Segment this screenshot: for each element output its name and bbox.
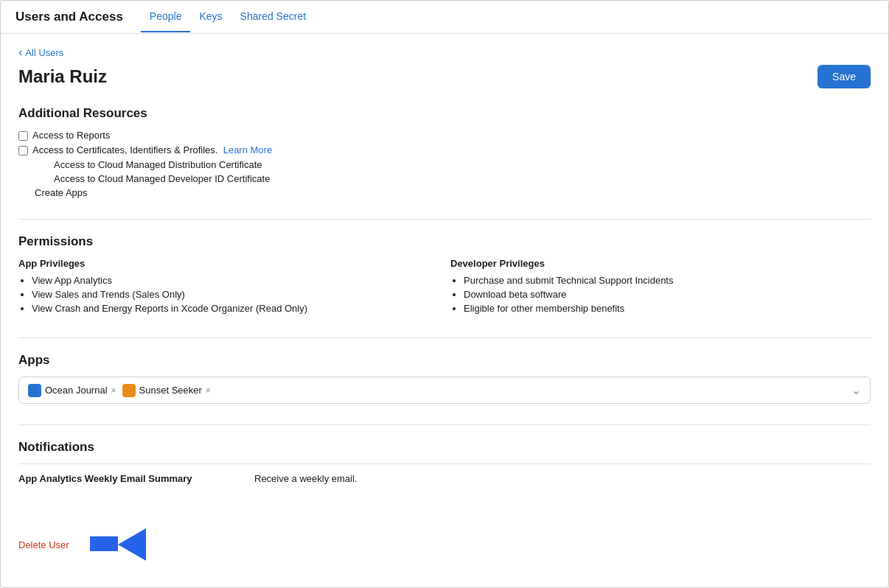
developer-privileges-title: Developer Privileges [450,258,871,269]
page-title: Users and Access [15,10,123,33]
ocean-journal-label: Ocean Journal [45,385,108,396]
developer-privileges-list: Purchase and submit Technical Support In… [450,275,871,314]
tab-people[interactable]: People [141,10,191,32]
app-tag-ocean-journal: Ocean Journal × [28,384,116,397]
dev-priv-item-1: Purchase and submit Technical Support In… [464,275,871,286]
reports-label: Access to Reports [32,130,111,141]
app-priv-item-1: View App Analytics [32,275,439,286]
ocean-journal-close[interactable]: × [111,385,116,396]
arrow-head-icon [118,528,146,561]
user-name: Maria Ruiz [18,66,107,87]
sunset-seeker-icon [122,384,136,397]
create-apps-item: Create Apps [35,187,871,198]
additional-resources-title: Additional Resources [18,106,871,121]
app-frame: Users and Access People Keys Shared Secr… [0,0,889,588]
developer-privileges-col: Developer Privileges Purchase and submit… [450,258,871,317]
delete-user-link[interactable]: Delete User [18,539,69,550]
sub-item-distribution: Access to Cloud Managed Distribution Cer… [54,159,871,170]
sub-item-developer-id: Access to Cloud Managed Developer ID Cer… [54,173,871,184]
notif-row-analytics: App Analytics Weekly Email Summary Recei… [18,463,871,493]
apps-tags: Ocean Journal × Sunset Seeker × [28,384,211,397]
notif-analytics-label: App Analytics Weekly Email Summary [18,473,254,484]
tab-nav: People Keys Shared Secret [141,10,315,32]
certs-label: Access to Certificates, Identifiers & Pr… [32,144,272,155]
tab-keys[interactable]: Keys [190,10,231,32]
app-privileges-list: View App Analytics View Sales and Trends… [18,275,439,314]
permissions-section: Permissions App Privileges View App Anal… [18,234,871,317]
app-privileges-title: App Privileges [18,258,439,269]
apps-dropdown-chevron-icon: ⌄ [851,383,861,397]
notifications-section: Notifications App Analytics Weekly Email… [18,440,871,493]
apps-dropdown[interactable]: Ocean Journal × Sunset Seeker × ⌄ [18,377,871,404]
resource-item-reports: Access to Reports [18,130,871,141]
apps-section: Apps Ocean Journal × Sunset Seeker × ⌄ [18,353,871,404]
reports-checkbox[interactable] [18,131,28,141]
sunset-seeker-close[interactable]: × [206,385,211,396]
app-tag-sunset-seeker: Sunset Seeker × [122,384,211,397]
notifications-title: Notifications [18,440,871,455]
permissions-title: Permissions [18,234,871,249]
delete-row: Delete User [18,514,871,561]
apps-title: Apps [18,353,871,368]
learn-more-link[interactable]: Learn More [223,144,272,155]
divider-2 [18,337,871,338]
divider-3 [18,424,871,425]
notif-analytics-desc: Receive a weekly email. [254,473,357,484]
app-priv-item-3: View Crash and Energy Reports in Xcode O… [32,303,439,314]
certs-checkbox[interactable] [18,146,28,155]
ocean-journal-icon [28,384,41,397]
divider-1 [18,219,871,220]
app-privileges-col: App Privileges View App Analytics View S… [18,258,439,317]
permissions-grid: App Privileges View App Analytics View S… [18,258,871,317]
additional-resources-section: Additional Resources Access to Reports A… [18,106,871,198]
sunset-seeker-label: Sunset Seeker [139,385,202,396]
back-link[interactable]: All Users [18,46,63,59]
main-content: All Users Maria Ruiz Save Additional Res… [1,34,888,578]
arrow-body [90,536,118,551]
page-header: Users and Access People Keys Shared Secr… [1,1,888,34]
dev-priv-item-2: Download beta software [464,289,871,300]
tab-shared-secret[interactable]: Shared Secret [231,10,315,32]
dev-priv-item-3: Eligible for other membership benefits [464,303,871,314]
save-button[interactable]: Save [817,65,871,88]
resource-item-certs: Access to Certificates, Identifiers & Pr… [18,144,871,155]
arrow-indicator [90,528,146,561]
user-header: Maria Ruiz Save [18,65,871,88]
app-priv-item-2: View Sales and Trends (Sales Only) [32,289,439,300]
